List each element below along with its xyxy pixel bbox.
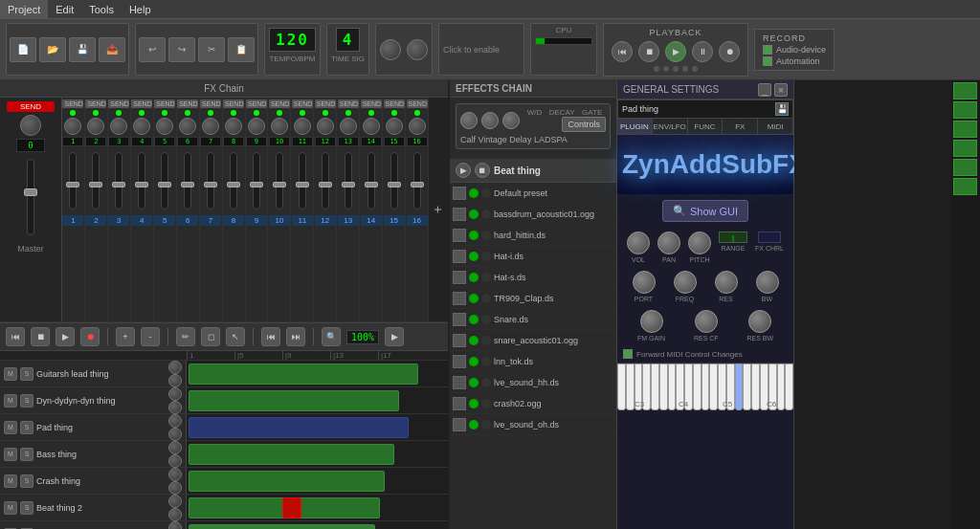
pattern-block-crash[interactable] xyxy=(189,471,385,492)
ch9-knob[interactable] xyxy=(248,118,265,135)
pan-knob[interactable] xyxy=(168,374,182,387)
ch7-knob[interactable] xyxy=(202,118,219,135)
ch5-send[interactable]: SEND xyxy=(154,99,175,108)
beat-led-10b[interactable] xyxy=(481,399,491,408)
zyn-tab-midi[interactable]: MIDI xyxy=(758,119,793,134)
select-mode-btn[interactable]: ↖ xyxy=(226,327,245,346)
beat2-vol-knob[interactable] xyxy=(168,495,182,508)
zyn-tab-func[interactable]: FUNC xyxy=(688,119,724,134)
ch6-send[interactable]: SEND xyxy=(177,99,198,108)
se-record-btn[interactable]: ⏺ xyxy=(80,327,100,346)
ch3-send[interactable]: SEND xyxy=(108,99,129,108)
zoom-in-btn[interactable]: ▶ xyxy=(385,327,404,346)
record-button[interactable]: ⏺ xyxy=(719,41,740,62)
erase-mode-btn[interactable]: ◻ xyxy=(201,327,220,346)
zyn-save-btn[interactable]: 💾 xyxy=(775,102,789,116)
track-guitarsh-solo[interactable]: S xyxy=(20,367,33,381)
track-crash-content[interactable] xyxy=(187,468,448,494)
key-f4[interactable] xyxy=(702,364,710,410)
pattern-block[interactable] xyxy=(189,364,418,385)
zyn-rescf-knob[interactable] xyxy=(695,310,718,333)
export-button[interactable]: 📤 xyxy=(99,37,125,62)
track-bass-mute[interactable]: M xyxy=(4,448,17,461)
draw-mode-btn[interactable]: ✏ xyxy=(176,327,195,346)
menu-help[interactable]: Help xyxy=(122,0,159,18)
beat-led-3b[interactable] xyxy=(481,252,491,261)
menu-project[interactable]: Project xyxy=(0,0,48,18)
ch16-fader-handle[interactable] xyxy=(411,182,424,187)
ch1-fader-handle[interactable] xyxy=(66,182,79,187)
bass-vol-knob[interactable] xyxy=(168,441,182,454)
ch7-send[interactable]: SEND xyxy=(200,99,221,108)
beat-icon-1[interactable] xyxy=(453,208,466,221)
key-e3[interactable] xyxy=(635,364,643,410)
ch10-fader-handle[interactable] xyxy=(273,182,286,187)
track-pad-content[interactable] xyxy=(187,414,448,440)
ch8-fader-handle[interactable] xyxy=(227,182,240,187)
track-guitarsh-mute[interactable]: M xyxy=(4,367,17,381)
ch4-fader-handle[interactable] xyxy=(135,182,148,187)
se-stop-btn[interactable]: ⏹ xyxy=(31,327,50,346)
key-g3[interactable] xyxy=(651,364,659,410)
beat-icon-4[interactable] xyxy=(453,271,466,284)
ch10-send[interactable]: SEND xyxy=(269,99,290,108)
fx-wd-knob[interactable] xyxy=(460,112,478,129)
track-beat2-solo[interactable]: S xyxy=(20,501,33,515)
click-enable-text[interactable]: Click to enable xyxy=(443,45,500,55)
master-send-btn[interactable]: SEND xyxy=(7,101,55,112)
beat-led-5b[interactable] xyxy=(481,294,491,303)
key-b3[interactable] xyxy=(668,364,677,410)
key-c3[interactable] xyxy=(617,364,626,410)
key-f3[interactable] xyxy=(642,364,651,410)
track-beat-content[interactable] xyxy=(187,521,448,529)
beat-led-6[interactable] xyxy=(469,315,479,324)
ch16-send[interactable]: SEND xyxy=(407,99,428,108)
zoom-out-btn[interactable]: 🔍 xyxy=(322,327,341,346)
beat-led-6b[interactable] xyxy=(481,315,491,324)
beat-led-10[interactable] xyxy=(469,399,479,408)
beat-led-2b[interactable] xyxy=(481,231,491,240)
copy-button[interactable]: 📋 xyxy=(228,37,255,62)
fx-decay-knob[interactable] xyxy=(481,112,499,129)
rewind-button[interactable]: ⏮ xyxy=(612,41,633,62)
key-c4[interactable] xyxy=(676,364,684,410)
beat-icon-0[interactable] xyxy=(453,187,466,200)
track-bass-solo[interactable]: S xyxy=(20,448,33,461)
track-dyn-content[interactable] xyxy=(187,387,448,413)
beat-led-11b[interactable] xyxy=(481,420,491,430)
ch2-knob[interactable] xyxy=(87,118,104,135)
track-dyn-solo[interactable]: S xyxy=(20,394,33,408)
beat-led-8b[interactable] xyxy=(481,357,491,366)
beat-icon-7[interactable] xyxy=(453,334,466,347)
zyn-tab-envlfo[interactable]: ENV/LFO xyxy=(653,119,688,134)
track-beat2-mute[interactable]: M xyxy=(4,501,17,515)
prev-btn[interactable]: ⏮ xyxy=(261,327,280,346)
ch12-send[interactable]: SEND xyxy=(315,99,336,108)
ch11-knob[interactable] xyxy=(294,118,311,135)
zyn-resbw-knob[interactable] xyxy=(748,310,771,333)
beat-led-9[interactable] xyxy=(469,378,479,387)
beat-icon-8[interactable] xyxy=(453,355,466,368)
beat-icon-11[interactable] xyxy=(453,418,466,431)
ch11-fader-handle[interactable] xyxy=(296,182,309,187)
beat-led-5[interactable] xyxy=(469,294,479,303)
zyn-tab-plugin[interactable]: PLUGIN xyxy=(617,119,653,134)
timesig-display[interactable]: 4 xyxy=(336,28,361,52)
beat-icon-3[interactable] xyxy=(453,250,466,263)
ch13-knob[interactable] xyxy=(340,118,357,135)
new-button[interactable]: 📄 xyxy=(10,37,36,62)
beat-icon-2[interactable] xyxy=(453,229,466,242)
beat-vol-knob[interactable] xyxy=(168,521,182,530)
zyn-freq-knob[interactable] xyxy=(674,271,697,294)
tempo-display[interactable]: 120 xyxy=(269,28,316,52)
ch10-knob[interactable] xyxy=(271,118,288,135)
ch14-send[interactable]: SEND xyxy=(361,99,382,108)
ch9-send[interactable]: SEND xyxy=(246,99,267,108)
ch13-send[interactable]: SEND xyxy=(338,99,359,108)
ch14-fader-handle[interactable] xyxy=(365,182,378,187)
vol-knob[interactable] xyxy=(168,361,182,374)
beat-led-0b[interactable] xyxy=(481,188,491,198)
zyn-midi-label[interactable]: Forward MIDI Control Changes xyxy=(623,349,788,359)
track-beat2-content[interactable] xyxy=(187,495,448,520)
beat-led-11[interactable] xyxy=(469,420,479,430)
